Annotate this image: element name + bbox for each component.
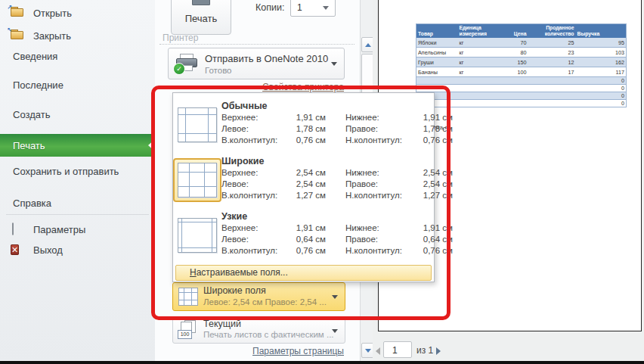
margin-wide-icon [178,163,217,198]
sidebar-item-label: Сохранить и отправить [13,166,119,177]
margin-normal-icon [178,107,217,142]
printer-selector[interactable]: ✓ Отправить в OneNote 2010 Готово [168,48,345,79]
sidebar-item-label: Создать [13,109,50,120]
chevron-down-icon [331,62,337,66]
scaling-combo-title: Текущий [203,319,241,329]
sidebar-item-exit[interactable]: ✕ Выход [0,240,155,260]
sidebar-item-info[interactable]: Сведения [0,46,155,66]
chevron-down-icon [332,329,338,333]
preset-title: Широкие [221,156,453,166]
sidebar-item-label: Открыть [33,8,72,19]
sidebar-separator [6,214,149,215]
previous-page-icon[interactable] [376,347,380,355]
margins-combo-button[interactable]: Широкие поля Левое: 2,54 см Правое: 2,54… [172,282,345,311]
backstage-sidebar: ↗ Открыть ↖ Закрыть Сведения Последние С… [0,0,156,364]
folder-close-icon: ↖ [11,30,24,42]
window-bottom-border [0,361,644,364]
no-scaling-icon: 100 [178,320,199,340]
copies-spinner[interactable]: 1 [290,0,336,17]
preview-table-header: Товар Единица измерения Цена Проданное к… [416,24,627,39]
sidebar-item-label: Параметры [33,224,85,235]
sidebar-item-label: Печать [13,140,45,151]
preset-values: Верхнее:1,91 смНижнее:1,91 см Левое:1,78… [221,112,453,146]
preset-title: Обычные [221,101,453,111]
margin-preset-narrow[interactable]: Узкие Верхнее:1,91 смНижнее:1,91 см Лево… [173,208,432,263]
table-row: Грушикг15012162 [416,58,627,67]
sidebar-item-open[interactable]: ↗ Открыть [0,3,155,23]
chevron-down-icon [332,295,338,299]
scaling-combo-button[interactable]: 100 Текущий Печать листов с фактическим … [172,317,345,344]
next-page-icon[interactable] [436,347,441,355]
page-count-label: из 1 [416,345,433,356]
printer-section-header: Принтер [163,33,198,43]
printer-name: Отправить в OneNote 2010 [205,53,328,64]
exit-icon: ✕ [11,244,24,256]
margin-narrow-icon [178,218,217,253]
margin-preset-wide[interactable]: Широкие Верхнее:2,54 смНижнее:2,54 см Ле… [173,153,432,207]
margins-dropdown-panel: Обычные Верхнее:1,91 смНижнее:1,91 см Ле… [172,92,435,282]
sidebar-item-recent[interactable]: Последние [0,75,155,95]
section-divider [159,44,355,45]
arrow-up-icon [365,43,371,47]
printer-icon [192,0,210,5]
copies-label: Копии: [255,2,284,13]
sidebar-item-label: Последние [13,79,63,91]
margins-combo-title: Широкие поля [203,285,266,296]
margin-preset-normal[interactable]: Обычные Верхнее:1,91 смНижнее:1,91 см Ле… [173,98,432,152]
sidebar-item-close[interactable]: ↖ Закрыть [0,26,155,45]
scaling-combo-subtitle: Печать листов с фактическим ... [203,330,334,339]
sidebar-item-label: Справка [13,198,51,209]
preset-values: Верхнее:2,54 смНижнее:2,54 см Левое:2,54… [221,167,453,201]
sidebar-item-help[interactable]: Справка [0,193,155,213]
printer-device-icon: ✓ [175,54,199,73]
table-row: Яблокикг702595 [416,38,627,48]
sidebar-item-label: Выход [33,244,63,256]
table-row: Апельсиныкг8023103 [416,48,627,58]
page-number-input[interactable]: 1 [383,341,412,358]
options-icon [11,223,24,235]
ready-check-icon: ✓ [173,63,185,75]
table-row: 0 [416,77,627,85]
table-row: 0 [416,85,627,92]
sidebar-item-label: Закрыть [33,30,71,42]
spinner-down-icon[interactable] [323,6,329,10]
sidebar-item-save-send[interactable]: Сохранить и отправить [0,161,155,181]
preset-values: Верхнее:1,91 смНижнее:1,91 см Левое:0,64… [221,222,453,257]
sidebar-item-new[interactable]: Создать [0,104,155,124]
custom-margins-item[interactable]: Настраиваемые поля... [175,265,432,281]
folder-open-icon: ↗ [11,7,24,19]
print-button-label: Печать [172,13,231,24]
preview-table: Товар Единица измерения Цена Проданное к… [416,23,627,107]
print-button[interactable]: Печать [171,0,231,35]
preset-title: Узкие [221,211,453,222]
page-setup-link[interactable]: Параметры страницы [227,346,344,356]
printer-properties-link[interactable]: Свойства принтера [234,82,344,92]
sidebar-item-print-selected[interactable]: Печать [0,134,155,157]
sidebar-item-label: Сведения [13,51,57,62]
arrow-down-icon [365,349,371,353]
printer-status: Готово [205,66,232,75]
sidebar-item-options[interactable]: Параметры [0,219,155,239]
margins-combo-subtitle: Левое: 2,54 см Правое: 2,54 ... [203,297,327,306]
copies-value: 1 [297,2,302,13]
margins-mini-icon [178,288,198,306]
table-row: Бананыкг10017117 [416,67,627,77]
